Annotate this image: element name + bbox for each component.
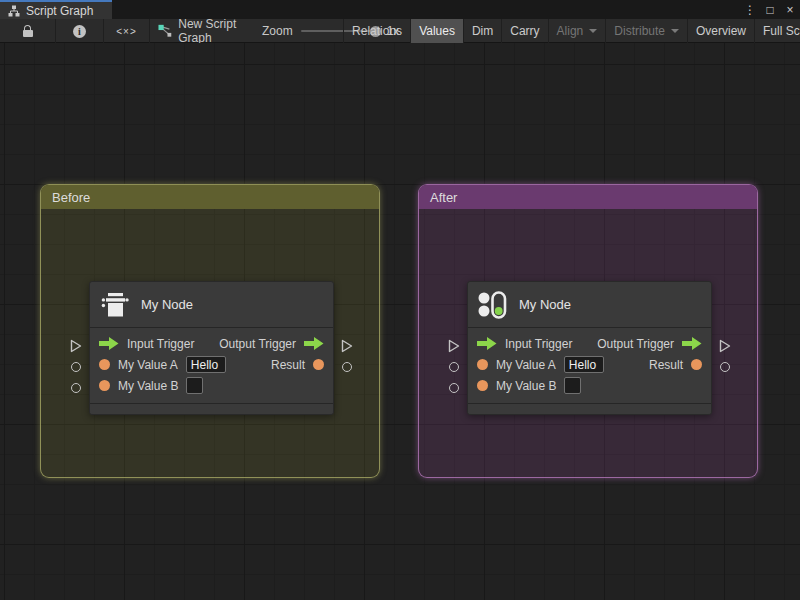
node-title: My Node [519,297,571,312]
padlock-icon [23,30,33,37]
port-row-value-a: My Value A Result [90,354,333,375]
string-input-value-b[interactable] [186,377,203,394]
toolbar-toggles: Relations Values Dim Carry Align Distrib… [343,19,800,43]
toolbar-button-overview[interactable]: Overview [687,19,754,43]
value-port-icon[interactable] [99,359,110,370]
graph-node-icon [158,24,172,38]
port-row-value-a: My Value A Result [468,354,711,375]
group-after-header[interactable]: After [419,185,757,209]
maximize-icon[interactable]: □ [762,3,778,17]
port-row-value-b: My Value B [90,375,333,396]
flow-toggle-icon [478,290,508,320]
info-circle-icon: i [73,25,86,38]
graph-canvas[interactable]: Before My Node [0,43,800,600]
window-controls: ⋮ □ × [742,0,798,19]
code-angle-x-icon: <×> [116,26,137,37]
toolbar-button-distribute[interactable]: Distribute [605,19,687,43]
tab-title: Script Graph [26,4,93,18]
node-header[interactable]: My Node [90,282,333,328]
toolbar-button-values[interactable]: Values [410,19,463,43]
node-footer [90,403,333,414]
trigger-in-arrow-icon[interactable] [99,337,119,350]
value-port-icon[interactable] [313,359,324,370]
chevron-down-icon [589,29,597,33]
group-title: Before [52,190,90,205]
group-after[interactable]: After My Node Input Trig [418,184,758,478]
value-port-icon[interactable] [477,359,488,370]
port-row-trigger: Input Trigger Output Trigger [90,333,333,354]
node-header[interactable]: My Node [468,282,711,328]
close-icon[interactable]: × [782,3,798,17]
toolbar-button-carry[interactable]: Carry [501,19,547,43]
graph-hierarchy-icon [8,5,20,17]
group-title: After [430,190,457,205]
port-row-value-b: My Value B [468,375,711,396]
legacy-machine-icon [100,290,130,320]
tab-script-graph[interactable]: Script Graph [0,0,112,19]
external-trigger-port-left[interactable] [70,339,82,353]
external-value-port-left[interactable] [449,383,459,393]
external-trigger-port-left[interactable] [448,339,460,353]
string-input-value-a[interactable] [564,356,604,373]
trigger-out-arrow-icon[interactable] [304,337,324,350]
node-my-node-before[interactable]: My Node Input Trigger Output Trigger [89,281,334,415]
info-button[interactable]: i [56,19,104,43]
code-preview-button[interactable]: <×> [104,19,150,43]
external-value-port-left[interactable] [449,362,459,372]
string-input-value-b[interactable] [564,377,581,394]
node-ports: Input Trigger Output Trigger My Value A … [90,328,333,396]
external-trigger-port-right[interactable] [719,339,731,353]
string-input-value-a[interactable] [186,356,226,373]
new-script-graph-label: New Script Graph [178,17,268,45]
chevron-down-icon [671,29,679,33]
new-script-graph-button[interactable]: New Script Graph [150,19,268,43]
external-value-port-left[interactable] [71,362,81,372]
trigger-in-arrow-icon[interactable] [477,337,497,350]
toolbar-button-align[interactable]: Align [548,19,606,43]
zoom-label: Zoom [262,24,293,38]
group-before-header[interactable]: Before [41,185,379,209]
node-my-node-after[interactable]: My Node Input Trigger Output Trigger [467,281,712,415]
kebab-menu-icon[interactable]: ⋮ [742,3,758,17]
graph-toolbar: i <×> New Script Graph Zoom 1x Relations… [0,19,800,43]
tab-bar: Script Graph ⋮ □ × [0,0,800,19]
external-value-port-right[interactable] [342,362,352,372]
toolbar-button-full-screen[interactable]: Full Scr [754,19,800,43]
external-value-port-left[interactable] [71,383,81,393]
value-port-icon[interactable] [477,380,488,391]
value-port-icon[interactable] [99,380,110,391]
port-row-trigger: Input Trigger Output Trigger [468,333,711,354]
node-title: My Node [141,297,193,312]
lock-button[interactable] [0,19,56,43]
external-value-port-right[interactable] [720,362,730,372]
trigger-out-arrow-icon[interactable] [682,337,702,350]
script-graph-window: Script Graph ⋮ □ × i <×> New Script Grap… [0,0,800,600]
toolbar-button-relations[interactable]: Relations [343,19,410,43]
value-port-icon[interactable] [691,359,702,370]
external-trigger-port-right[interactable] [341,339,353,353]
node-footer [468,403,711,414]
toolbar-button-dim[interactable]: Dim [463,19,501,43]
node-ports: Input Trigger Output Trigger My Value A … [468,328,711,396]
group-before[interactable]: Before My Node [40,184,380,478]
